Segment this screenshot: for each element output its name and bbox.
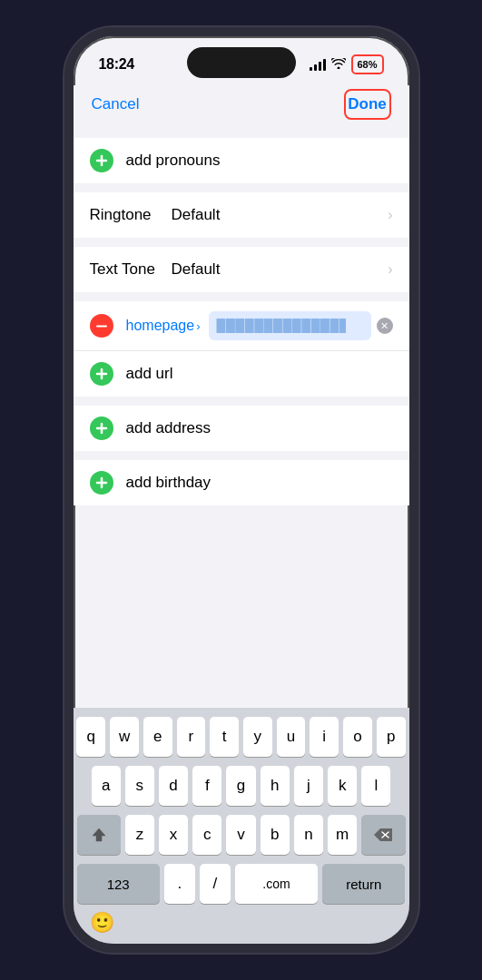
- url-clear-button[interactable]: ✕: [377, 318, 393, 334]
- delete-key[interactable]: [361, 815, 405, 855]
- numbers-key[interactable]: 123: [77, 864, 160, 904]
- url-input-text: ████████████████████████████: [216, 318, 345, 333]
- ringtone-section: Ringtone Default ›: [74, 192, 409, 238]
- return-key[interactable]: return: [322, 864, 405, 904]
- add-birthday-label: add birthday: [126, 474, 393, 492]
- ringtone-label: Ringtone: [90, 206, 172, 224]
- keyboard-row-1: q w e r t y u i o p: [77, 717, 406, 757]
- key-k[interactable]: k: [328, 766, 357, 806]
- key-q[interactable]: q: [76, 717, 105, 757]
- key-y[interactable]: y: [243, 717, 272, 757]
- section-gap-1: [74, 129, 409, 138]
- key-w[interactable]: w: [110, 717, 139, 757]
- key-e[interactable]: e: [143, 717, 172, 757]
- key-r[interactable]: r: [177, 717, 206, 757]
- section-gap-3: [74, 238, 409, 247]
- add-pronouns-row[interactable]: add pronouns: [74, 138, 409, 183]
- battery-icon: 68%: [351, 54, 384, 74]
- add-address-row[interactable]: add address: [74, 406, 409, 451]
- svg-rect-2: [96, 325, 107, 327]
- address-section: add address: [74, 406, 409, 451]
- key-a[interactable]: a: [92, 766, 121, 806]
- key-d[interactable]: d: [159, 766, 188, 806]
- section-gap-4: [74, 292, 409, 301]
- period-key[interactable]: .: [164, 864, 195, 904]
- key-h[interactable]: h: [261, 766, 290, 806]
- key-o[interactable]: o: [343, 717, 372, 757]
- add-address-label: add address: [126, 419, 393, 437]
- key-p[interactable]: p: [377, 717, 406, 757]
- key-g[interactable]: g: [226, 766, 255, 806]
- slash-key[interactable]: /: [200, 864, 231, 904]
- key-x[interactable]: x: [159, 815, 188, 855]
- text-tone-value: Default: [172, 260, 383, 279]
- key-b[interactable]: b: [261, 815, 290, 855]
- key-v[interactable]: v: [226, 815, 255, 855]
- add-url-label: add url: [126, 365, 393, 383]
- key-n[interactable]: n: [294, 815, 323, 855]
- emoji-key[interactable]: 🙂: [90, 911, 114, 935]
- content-area: add pronouns Ringtone Default › Text Ton…: [74, 129, 409, 505]
- key-m[interactable]: m: [328, 815, 357, 855]
- add-birthday-icon: [90, 471, 113, 495]
- shift-key[interactable]: [77, 815, 121, 855]
- keyboard-bottom-row: 123 . / .com return: [77, 864, 406, 904]
- keyboard-row-3: z x c v b n m: [77, 815, 406, 855]
- wifi-icon: [331, 58, 346, 72]
- ringtone-value: Default: [172, 206, 383, 224]
- add-url-icon: [90, 362, 113, 386]
- section-gap-2: [74, 183, 409, 192]
- key-u[interactable]: u: [277, 717, 306, 757]
- text-tone-label: Text Tone: [90, 260, 172, 279]
- signal-bars-icon: [310, 58, 326, 71]
- key-f[interactable]: f: [192, 766, 221, 806]
- key-j[interactable]: j: [294, 766, 323, 806]
- birthday-section: add birthday: [74, 460, 409, 505]
- status-icons: 68%: [310, 54, 384, 74]
- status-time: 18:24: [99, 56, 134, 73]
- keyboard-row-2: a s d f g h j k l: [77, 766, 406, 806]
- homepage-row[interactable]: homepage › ████████████████████████████ …: [74, 301, 409, 350]
- text-tone-section: Text Tone Default ›: [74, 247, 409, 292]
- key-c[interactable]: c: [192, 815, 221, 855]
- remove-homepage-icon[interactable]: [90, 314, 113, 338]
- add-pronouns-label: add pronouns: [126, 152, 393, 170]
- url-input-field[interactable]: ████████████████████████████: [209, 311, 370, 340]
- dot-com-key[interactable]: .com: [235, 864, 318, 904]
- text-tone-chevron-icon: ›: [388, 261, 392, 278]
- pronouns-section: add pronouns: [74, 138, 409, 183]
- add-url-row[interactable]: add url: [74, 350, 409, 397]
- url-section: homepage › ████████████████████████████ …: [74, 301, 409, 397]
- add-pronouns-icon: [90, 149, 113, 172]
- section-gap-6: [74, 451, 409, 460]
- add-address-icon: [90, 416, 113, 440]
- dynamic-island: [187, 47, 296, 78]
- ringtone-row[interactable]: Ringtone Default ›: [74, 192, 409, 238]
- text-tone-row[interactable]: Text Tone Default ›: [74, 247, 409, 292]
- key-t[interactable]: t: [210, 717, 239, 757]
- key-l[interactable]: l: [361, 766, 390, 806]
- key-z[interactable]: z: [125, 815, 154, 855]
- key-s[interactable]: s: [125, 766, 154, 806]
- done-button[interactable]: Done: [344, 89, 391, 120]
- section-gap-5: [74, 397, 409, 406]
- homepage-label: homepage: [126, 318, 195, 334]
- add-birthday-row[interactable]: add birthday: [74, 460, 409, 505]
- ringtone-chevron-icon: ›: [388, 207, 392, 223]
- phone-frame: 18:24 68%: [64, 27, 418, 953]
- key-i[interactable]: i: [310, 717, 339, 757]
- keyboard: q w e r t y u i o p a s d f g h j k l: [74, 708, 409, 944]
- nav-bar: Cancel Done: [74, 85, 409, 129]
- homepage-chevron-icon: ›: [196, 319, 200, 333]
- emoji-bar: 🙂: [77, 904, 406, 936]
- battery-percent: 68%: [357, 59, 377, 70]
- cancel-button[interactable]: Cancel: [92, 95, 140, 113]
